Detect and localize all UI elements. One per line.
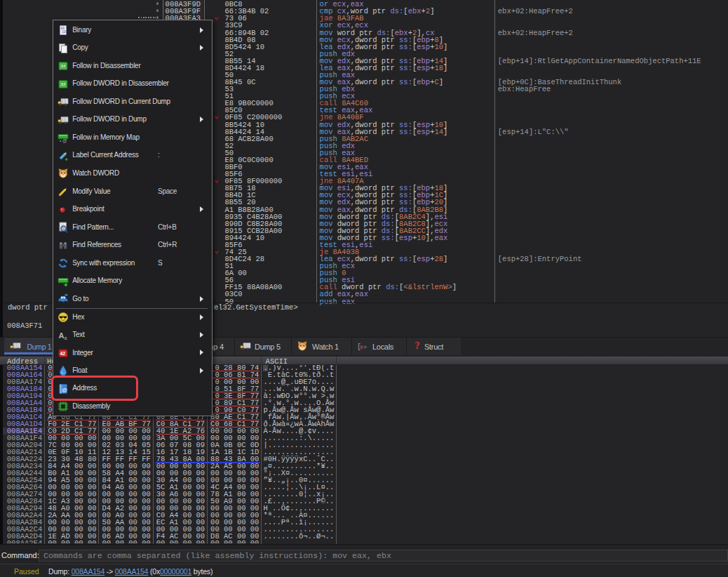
svg-text:32: 32 [60,65,65,69]
svg-text:10: 10 [62,30,66,34]
svg-text:A: A [58,331,64,340]
svg-text:=: = [363,343,367,350]
svg-text:?: ? [415,340,420,351]
svg-text:42: 42 [60,351,65,356]
svg-text:32: 32 [60,82,65,86]
svg-text:a: a [64,335,67,340]
svg-text:@: @ [62,139,67,144]
